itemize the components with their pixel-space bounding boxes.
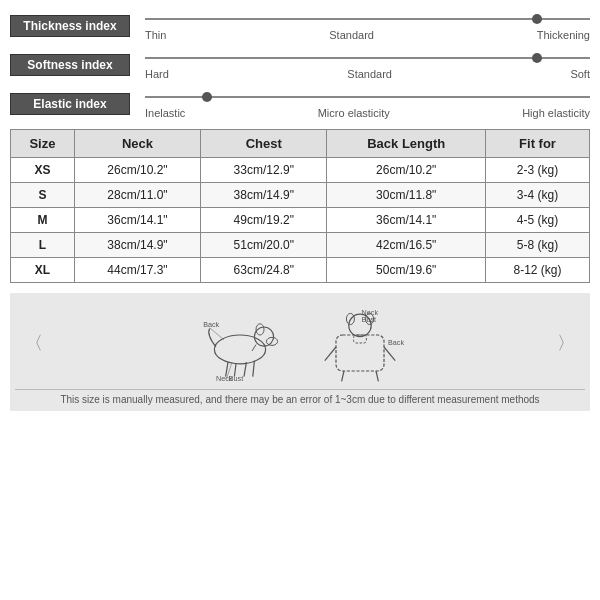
col-fit: Fit for xyxy=(486,130,590,158)
table-row: S28cm/11.0"38cm/14.9"30cm/11.8"3-4 (kg) xyxy=(11,183,590,208)
cell-0-0: XS xyxy=(11,158,75,183)
elastic-labels: Inelastic Micro elasticity High elastici… xyxy=(145,107,590,119)
cell-3-1: 38cm/14.9" xyxy=(74,233,200,258)
svg-line-22 xyxy=(376,371,378,381)
cell-2-3: 36cm/14.1" xyxy=(327,208,486,233)
svg-line-6 xyxy=(244,362,246,376)
thickness-labels: Thin Standard Thickening xyxy=(145,29,590,41)
cell-4-1: 44cm/17.3" xyxy=(74,258,200,283)
softness-label-mid: Standard xyxy=(347,68,392,80)
next-arrow[interactable]: 〉 xyxy=(547,331,585,355)
svg-text:Back: Back xyxy=(203,320,219,329)
cell-3-0: L xyxy=(11,233,75,258)
elastic-label-mid: Micro elasticity xyxy=(318,107,390,119)
cell-0-4: 2-3 (kg) xyxy=(486,158,590,183)
table-row: M36cm/14.1"49cm/19.2"36cm/14.1"4-5 (kg) xyxy=(11,208,590,233)
table-section: Size Neck Chest Back Length Fit for XS26… xyxy=(10,129,590,283)
thickness-dot xyxy=(532,14,542,24)
svg-text:Neck: Neck xyxy=(216,374,233,383)
thickness-row: Thickness index Thin Standard Thickening xyxy=(10,10,590,41)
col-chest: Chest xyxy=(201,130,327,158)
cell-1-4: 3-4 (kg) xyxy=(486,183,590,208)
svg-line-20 xyxy=(384,347,395,361)
svg-rect-14 xyxy=(336,335,384,371)
softness-label-right: Soft xyxy=(570,68,590,80)
elastic-label-right: High elasticity xyxy=(522,107,590,119)
col-back: Back Length xyxy=(327,130,486,158)
diagram-section: 〈 xyxy=(10,293,590,411)
cell-0-3: 26cm/10.2" xyxy=(327,158,486,183)
thickness-slider-area: Thin Standard Thickening xyxy=(145,10,590,41)
cell-4-4: 8-12 (kg) xyxy=(486,258,590,283)
cell-3-2: 51cm/20.0" xyxy=(201,233,327,258)
elastic-track xyxy=(145,96,590,98)
index-section: Thickness index Thin Standard Thickening… xyxy=(10,10,590,119)
elastic-label-left: Inelastic xyxy=(145,107,185,119)
table-row: XL44cm/17.3"63cm/24.8"50cm/19.6"8-12 (kg… xyxy=(11,258,590,283)
thickness-track xyxy=(145,18,590,20)
cell-4-3: 50cm/19.6" xyxy=(327,258,486,283)
elastic-label: Elastic index xyxy=(10,93,130,115)
cell-2-0: M xyxy=(11,208,75,233)
table-row: XS26cm/10.2"33cm/12.9"26cm/10.2"2-3 (kg) xyxy=(11,158,590,183)
cell-4-2: 63cm/24.8" xyxy=(201,258,327,283)
elastic-dot xyxy=(202,92,212,102)
svg-line-21 xyxy=(342,371,344,381)
cell-2-2: 49cm/19.2" xyxy=(201,208,327,233)
thickness-label: Thickness index xyxy=(10,15,130,37)
svg-line-8 xyxy=(252,345,256,351)
diagram-images: Back Bust Neck xyxy=(53,303,547,383)
softness-row: Softness index Hard Standard Soft xyxy=(10,49,590,80)
cell-1-0: S xyxy=(11,183,75,208)
thickness-label-mid: Standard xyxy=(329,29,374,41)
elastic-row: Elastic index Inelastic Micro elasticity… xyxy=(10,88,590,119)
softness-labels: Hard Standard Soft xyxy=(145,68,590,80)
dog-side-figure: Back Bust Neck xyxy=(190,303,290,383)
svg-text:Bust: Bust xyxy=(362,315,376,324)
cell-1-1: 28cm/11.0" xyxy=(74,183,200,208)
svg-line-10 xyxy=(210,328,224,340)
table-header-row: Size Neck Chest Back Length Fit for xyxy=(11,130,590,158)
thickness-label-left: Thin xyxy=(145,29,166,41)
thickness-label-right: Thickening xyxy=(537,29,590,41)
dog-side-svg: Back Bust Neck xyxy=(190,303,290,383)
table-row: L38cm/14.9"51cm/20.0"42cm/16.5"5-8 (kg) xyxy=(11,233,590,258)
cell-3-4: 5-8 (kg) xyxy=(486,233,590,258)
cell-3-3: 42cm/16.5" xyxy=(327,233,486,258)
col-neck: Neck xyxy=(74,130,200,158)
svg-line-19 xyxy=(325,347,336,361)
elastic-track-wrapper xyxy=(145,88,590,106)
cell-2-1: 36cm/14.1" xyxy=(74,208,200,233)
diagram-note: This size is manually measured, and ther… xyxy=(15,389,585,405)
softness-track-wrapper xyxy=(145,49,590,67)
svg-line-7 xyxy=(253,361,255,377)
col-size: Size xyxy=(11,130,75,158)
softness-slider-area: Hard Standard Soft xyxy=(145,49,590,80)
size-table: Size Neck Chest Back Length Fit for XS26… xyxy=(10,129,590,283)
cell-0-1: 26cm/10.2" xyxy=(74,158,200,183)
softness-label-left: Hard xyxy=(145,68,169,80)
softness-dot xyxy=(532,53,542,63)
cell-1-3: 30cm/11.8" xyxy=(327,183,486,208)
cell-0-2: 33cm/12.9" xyxy=(201,158,327,183)
elastic-slider-area: Inelastic Micro elasticity High elastici… xyxy=(145,88,590,119)
prev-arrow[interactable]: 〈 xyxy=(15,331,53,355)
svg-point-0 xyxy=(214,335,265,364)
thickness-track-wrapper xyxy=(145,10,590,28)
svg-text:Back: Back xyxy=(388,338,404,347)
dog-front-figure: Neck Bust Back xyxy=(310,303,410,383)
softness-track xyxy=(145,57,590,59)
cell-1-2: 38cm/14.9" xyxy=(201,183,327,208)
dog-front-svg: Neck Bust Back xyxy=(310,303,410,383)
softness-label: Softness index xyxy=(10,54,130,76)
cell-2-4: 4-5 (kg) xyxy=(486,208,590,233)
cell-4-0: XL xyxy=(11,258,75,283)
diagram-inner: 〈 xyxy=(15,303,585,383)
